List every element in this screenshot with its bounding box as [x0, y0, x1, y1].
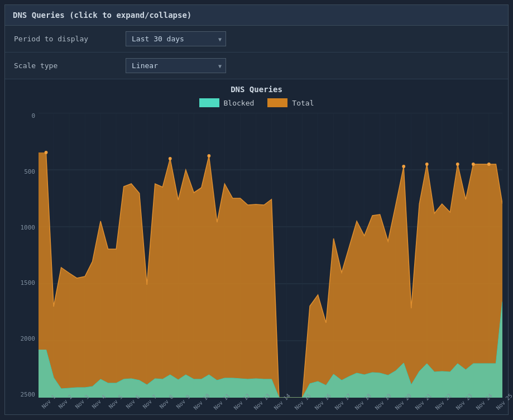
controls-section: Period to display Last 24 hours Last 7 d… [5, 26, 508, 79]
blocked-color-swatch [199, 98, 219, 107]
peak-dot-nov27 [456, 163, 459, 166]
period-label: Period to display [14, 35, 126, 43]
scale-control-row: Scale type Linear Logarithmic [5, 52, 508, 79]
scale-select-wrapper: Linear Logarithmic [126, 58, 226, 73]
chart-svg-wrapper [39, 113, 502, 398]
y-axis: 2500 2000 1500 1000 500 0 [11, 113, 39, 398]
x-axis: Nov 1 Nov 2 Nov 3 Nov 4 Nov 5 Nov 6 Nov … [39, 398, 502, 414]
peak-dot-nov1 [45, 151, 48, 154]
period-select[interactable]: Last 24 hours Last 7 days Last 30 days L… [126, 31, 226, 46]
chart-container: 2500 2000 1500 1000 500 0 [11, 113, 502, 414]
y-label-500: 500 [24, 169, 35, 175]
peak-dot-nov16 [207, 154, 210, 157]
peak-dot-nov25 [402, 165, 405, 168]
chart-area: DNS Queries Blocked Total 2500 2000 1500… [5, 79, 508, 414]
total-color-swatch [267, 98, 287, 107]
scale-label: Scale type [14, 61, 126, 70]
legend-total: Total [267, 98, 314, 107]
period-select-wrapper: Last 24 hours Last 7 days Last 30 days L… [126, 31, 226, 46]
blocked-label: Blocked [224, 99, 255, 107]
peak-dot-nov28 [472, 163, 475, 166]
peak-dot-nov26 [425, 163, 429, 166]
peak-dot-nov10 [169, 157, 172, 160]
y-label-0: 0 [31, 113, 35, 119]
y-label-1500: 1500 [21, 280, 36, 286]
chart-svg [39, 113, 502, 398]
legend: Blocked Total [11, 98, 502, 107]
chart-title: DNS Queries [11, 85, 502, 94]
y-label-2500: 2500 [21, 392, 36, 398]
total-area [39, 152, 502, 398]
scale-select[interactable]: Linear Logarithmic [126, 58, 226, 73]
total-label: Total [292, 99, 314, 107]
period-control-row: Period to display Last 24 hours Last 7 d… [5, 26, 508, 52]
panel-header[interactable]: DNS Queries (click to expand/collapse) [5, 5, 508, 26]
dns-queries-panel: DNS Queries (click to expand/collapse) P… [4, 4, 509, 415]
y-label-1000: 1000 [21, 225, 36, 231]
y-label-2000: 2000 [21, 336, 36, 342]
peak-dot-nov29 [487, 163, 491, 166]
legend-blocked: Blocked [199, 98, 255, 107]
